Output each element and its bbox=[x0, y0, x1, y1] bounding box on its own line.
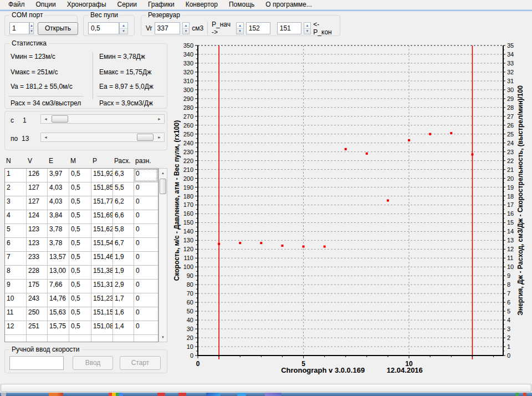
table-cell[interactable]: 3,78 bbox=[48, 238, 69, 251]
table-row[interactable]: 21274,030,5151,855,50 bbox=[5, 182, 158, 196]
table-row[interactable]: 61233,780,5151,546,70 bbox=[5, 238, 158, 252]
scroll-right-icon[interactable]: ► bbox=[155, 115, 164, 123]
taskbar-app-sliver[interactable] bbox=[49, 393, 63, 396]
table-cell[interactable]: 5,8 bbox=[113, 224, 134, 237]
bullet-weight-spinner[interactable]: ▲▼ bbox=[119, 22, 128, 34]
tray-icon-sliver[interactable] bbox=[515, 393, 519, 396]
reservoir-volume-input[interactable] bbox=[155, 22, 180, 34]
scroll-thumb[interactable] bbox=[137, 134, 154, 141]
scroll-thumb[interactable] bbox=[160, 179, 166, 194]
table-cell[interactable]: 10 bbox=[5, 293, 27, 307]
table-cell[interactable]: 151,15 bbox=[91, 307, 113, 321]
menu-chronographs[interactable]: Хронографы bbox=[62, 0, 112, 9]
table-cell[interactable] bbox=[69, 335, 91, 342]
taskbar-app-sliver[interactable] bbox=[109, 393, 123, 396]
table-cell[interactable]: 4,03 bbox=[48, 182, 69, 196]
table-cell[interactable]: 1,4 bbox=[113, 321, 134, 334]
spin-up-icon[interactable]: ▲ bbox=[304, 23, 311, 29]
bullet-weight-input[interactable] bbox=[88, 22, 119, 34]
table-cell[interactable]: 0 bbox=[134, 307, 158, 321]
table-cell[interactable]: 3 bbox=[5, 196, 27, 210]
table-cell[interactable] bbox=[27, 335, 48, 342]
table-cell[interactable]: 1,6 bbox=[113, 307, 134, 321]
table-cell[interactable]: 151,23 bbox=[91, 293, 113, 307]
table-cell[interactable]: 151,38 bbox=[91, 266, 113, 279]
com-port-input[interactable] bbox=[9, 22, 29, 34]
open-port-button[interactable]: Открыть bbox=[38, 22, 78, 35]
menu-about[interactable]: О программе... bbox=[260, 0, 317, 9]
table-cell[interactable] bbox=[134, 335, 158, 342]
table-cell[interactable]: 0 bbox=[134, 224, 158, 237]
table-cell[interactable]: 233 bbox=[27, 252, 48, 265]
table-cell[interactable]: 251 bbox=[27, 321, 48, 334]
menu-series[interactable]: Серии bbox=[112, 0, 142, 9]
taskbar-app-sliver[interactable] bbox=[206, 393, 221, 396]
table-cell[interactable]: 6,6 bbox=[113, 210, 134, 224]
range-from-scrollbar[interactable]: ◄ ► bbox=[40, 114, 165, 124]
table-cell[interactable]: 6 bbox=[5, 238, 27, 251]
table-cell[interactable]: 243 bbox=[27, 293, 48, 307]
table-cell[interactable]: 6,2 bbox=[113, 196, 134, 210]
table-cell[interactable]: 7 bbox=[5, 252, 27, 265]
table-grid[interactable]: 11263,970,5151,926,3021274,030,5151,855,… bbox=[4, 168, 158, 342]
table-cell[interactable]: 126 bbox=[27, 169, 48, 182]
table-cell[interactable]: 0,5 bbox=[69, 293, 91, 307]
table-cell[interactable]: 15,63 bbox=[48, 307, 69, 321]
scroll-down-icon[interactable]: ▼ bbox=[159, 333, 167, 342]
table-cell[interactable]: 6,7 bbox=[113, 238, 134, 251]
spin-up-icon[interactable]: ▲ bbox=[183, 23, 190, 29]
start-button-sliver[interactable] bbox=[1, 393, 6, 396]
start-button[interactable]: Старт bbox=[120, 356, 161, 370]
table-cell[interactable]: 9 bbox=[5, 280, 27, 293]
table-cell[interactable]: 12 bbox=[5, 321, 27, 334]
table-cell[interactable]: 13,00 bbox=[48, 266, 69, 279]
table-cell[interactable]: 127 bbox=[27, 182, 48, 196]
table-row[interactable]: 11263,970,5151,926,30 bbox=[5, 169, 158, 182]
table-cell[interactable]: 0,5 bbox=[69, 307, 91, 321]
table-cell[interactable]: 5 bbox=[5, 224, 27, 237]
table-row[interactable]: 31274,030,5151,776,20 bbox=[5, 196, 158, 210]
scroll-up-icon[interactable]: ▲ bbox=[159, 169, 167, 177]
com-port-spinner[interactable]: ▲▼ bbox=[29, 22, 34, 34]
table-cell[interactable]: 0,5 bbox=[69, 182, 91, 196]
table-cell[interactable]: 0 bbox=[134, 280, 158, 293]
spin-down-icon[interactable]: ▼ bbox=[30, 29, 33, 34]
table-cell[interactable]: 5,5 bbox=[113, 182, 134, 196]
table-cell[interactable]: 7,66 bbox=[48, 280, 69, 293]
table-cell[interactable]: 127 bbox=[27, 196, 48, 210]
spin-down-icon[interactable]: ▼ bbox=[304, 29, 311, 34]
table-cell[interactable]: 250 bbox=[27, 307, 48, 321]
p-start-input[interactable] bbox=[246, 22, 270, 34]
menu-options[interactable]: Опции bbox=[30, 0, 62, 9]
table-cell[interactable]: 0,5 bbox=[69, 238, 91, 251]
p-end-input[interactable] bbox=[277, 22, 301, 34]
table-cell[interactable]: 0 bbox=[134, 293, 158, 307]
spin-down-icon[interactable]: ▼ bbox=[120, 29, 127, 34]
table-cell[interactable]: 2 bbox=[5, 182, 27, 196]
scroll-left-icon[interactable]: ◄ bbox=[41, 115, 50, 123]
table-cell[interactable]: 0 bbox=[134, 169, 158, 182]
table-cell[interactable]: 0 bbox=[134, 182, 158, 196]
table-cell[interactable]: 0,5 bbox=[69, 280, 91, 293]
table-row[interactable] bbox=[5, 335, 158, 342]
table-cell[interactable]: 0 bbox=[134, 238, 158, 251]
table-cell[interactable]: 151,31 bbox=[91, 280, 113, 293]
spin-down-icon[interactable]: ▼ bbox=[183, 29, 190, 34]
table-cell[interactable]: 3,84 bbox=[48, 210, 69, 224]
table-cell[interactable]: 0,5 bbox=[69, 224, 91, 237]
spin-up-icon[interactable]: ▲ bbox=[120, 23, 127, 29]
spin-up-icon[interactable]: ▲ bbox=[30, 23, 33, 29]
table-cell[interactable]: 2,9 bbox=[113, 280, 134, 293]
manual-speed-input[interactable] bbox=[9, 356, 64, 370]
taskbar-app-sliver[interactable] bbox=[237, 393, 246, 396]
table-cell[interactable]: 0 bbox=[134, 210, 158, 224]
reservoir-volume-spinner[interactable]: ▲▼ bbox=[182, 22, 190, 34]
taskbar-app-sliver[interactable] bbox=[157, 393, 165, 396]
table-cell[interactable]: 0,5 bbox=[69, 252, 91, 265]
table-row[interactable]: 51233,780,5151,625,80 bbox=[5, 224, 158, 238]
table-cell[interactable]: 0,5 bbox=[69, 196, 91, 210]
menu-file[interactable]: Файл bbox=[3, 0, 30, 9]
table-cell[interactable]: 1 bbox=[5, 169, 27, 182]
scroll-left-icon[interactable]: ◄ bbox=[41, 133, 50, 141]
table-row[interactable]: 1125015,630,5151,151,60 bbox=[5, 307, 158, 321]
